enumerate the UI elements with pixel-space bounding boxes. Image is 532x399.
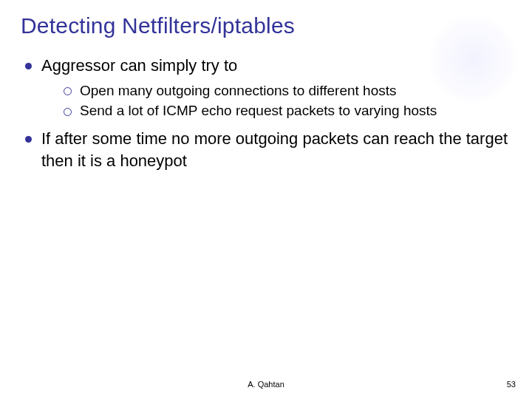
slide: Detecting Netfilters/iptables Aggressor … bbox=[0, 0, 532, 399]
bullet-text: Open many outgoing connections to differ… bbox=[80, 83, 396, 98]
list-item: Open many outgoing connections to differ… bbox=[64, 81, 511, 100]
bullet-list: Aggressor can simply try to Open many ou… bbox=[21, 55, 511, 171]
sub-bullet-list: Open many outgoing connections to differ… bbox=[41, 81, 511, 120]
bullet-text: If after some time no more outgoing pack… bbox=[41, 129, 508, 170]
bullet-text: Aggressor can simply try to bbox=[41, 56, 237, 75]
footer-page-number: 53 bbox=[507, 380, 516, 389]
slide-title: Detecting Netfilters/iptables bbox=[21, 13, 511, 38]
list-item: If after some time no more outgoing pack… bbox=[25, 128, 511, 171]
footer-author: A. Qahtan bbox=[0, 380, 532, 389]
bullet-text: Send a lot of ICMP echo request packets … bbox=[80, 103, 437, 118]
list-item: Aggressor can simply try to Open many ou… bbox=[25, 55, 511, 120]
list-item: Send a lot of ICMP echo request packets … bbox=[64, 101, 511, 120]
